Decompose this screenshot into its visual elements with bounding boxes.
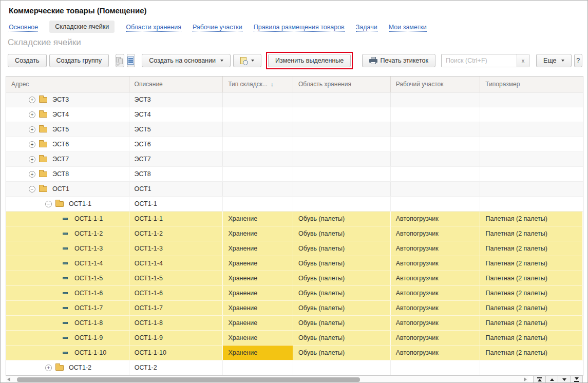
tab-main[interactable]: Основное xyxy=(9,22,38,32)
cell-storage-area[interactable] xyxy=(293,122,391,137)
tab-placement-rules[interactable]: Правила размещения товаров xyxy=(254,22,345,32)
cell-work-area[interactable] xyxy=(391,107,481,122)
cell-work-area[interactable]: Автопогрузчик xyxy=(391,301,481,315)
cell-address[interactable]: +ЭСТ5 xyxy=(6,122,129,137)
cell-address[interactable]: ОСТ1-1-9 xyxy=(6,331,129,345)
cell-size[interactable] xyxy=(480,107,583,122)
cell-storage-area[interactable] xyxy=(293,167,391,181)
scroll-left-icon[interactable] xyxy=(7,377,10,381)
tab-tasks[interactable]: Задачи xyxy=(356,22,377,32)
cell-storage-area[interactable]: Обувь (палеты) xyxy=(293,331,391,345)
cell-work-area[interactable] xyxy=(391,92,481,107)
cell-storage-area[interactable] xyxy=(293,137,391,151)
cell-description[interactable]: ОСТ1-1-1 xyxy=(129,212,223,226)
cell-work-area[interactable]: Автопогрузчик xyxy=(391,346,481,360)
collapse-icon[interactable]: − xyxy=(45,201,52,207)
table-row[interactable]: +ЭСТ5ЭСТ5 xyxy=(6,122,583,137)
cell-address[interactable]: +ЭСТ8 xyxy=(6,167,129,181)
cell-address[interactable]: +ЭСТ3 xyxy=(6,92,129,107)
cell-type[interactable] xyxy=(223,137,293,151)
search-input[interactable] xyxy=(442,54,517,67)
cell-address[interactable]: ОСТ1-1-1 xyxy=(6,212,129,226)
table-row[interactable]: ОСТ1-1-9ОСТ1-1-9ХранениеОбувь (палеты)Ав… xyxy=(6,331,583,346)
column-header-storage-area[interactable]: Область хранения xyxy=(293,76,391,92)
cell-address[interactable]: ОСТ1-1-10 xyxy=(6,346,129,360)
table-row[interactable]: +ЭСТ8ЭСТ8 xyxy=(6,167,583,182)
table-row[interactable]: ОСТ1-1-7ОСТ1-1-7ХранениеОбувь (палеты)Ав… xyxy=(6,301,583,316)
cell-size[interactable]: Палетная (2 палеты) xyxy=(480,226,583,241)
print-labels-button[interactable]: Печать этикеток xyxy=(362,54,435,67)
cell-address[interactable]: +ЭСТ4 xyxy=(6,107,129,122)
table-row[interactable]: −ОСТ1ОСТ1 xyxy=(6,182,583,197)
cell-storage-area[interactable] xyxy=(293,152,391,166)
cell-storage-area[interactable] xyxy=(293,197,391,211)
document-history-button[interactable] xyxy=(233,54,261,67)
cell-work-area[interactable]: Автопогрузчик xyxy=(391,316,481,330)
cell-work-area[interactable] xyxy=(391,122,481,137)
cell-size[interactable] xyxy=(480,360,583,375)
table-row[interactable]: ОСТ1-1-5ОСТ1-1-5ХранениеОбувь (палеты)Ав… xyxy=(6,271,583,286)
cell-storage-area[interactable]: Обувь (палеты) xyxy=(293,226,391,241)
cell-type[interactable]: Хранение xyxy=(223,271,293,285)
cell-address[interactable]: ОСТ1-1-3 xyxy=(6,241,129,256)
cell-type[interactable] xyxy=(223,122,293,137)
cell-size[interactable]: Палетная (2 палеты) xyxy=(480,212,583,226)
column-header-description[interactable]: Описание xyxy=(129,76,223,92)
table-row[interactable]: +ЭСТ3ЭСТ3 xyxy=(6,92,583,107)
expand-icon[interactable]: + xyxy=(29,111,35,118)
cell-address[interactable]: ОСТ1-1-7 xyxy=(6,301,129,315)
expand-icon[interactable]: + xyxy=(45,365,52,371)
cell-size[interactable]: Палетная (2 палеты) xyxy=(480,346,583,360)
expand-icon[interactable]: + xyxy=(29,126,35,133)
cell-description[interactable]: ОСТ1 xyxy=(129,182,223,196)
table-row[interactable]: ОСТ1-1-3ОСТ1-1-3ХранениеОбувь (палеты)Ав… xyxy=(6,241,583,256)
table-row[interactable]: ОСТ1-1-4ОСТ1-1-4ХранениеОбувь (палеты)Ав… xyxy=(6,256,583,271)
cell-description[interactable]: ОСТ1-1-7 xyxy=(129,301,223,315)
cell-address[interactable]: +ОСТ1-2 xyxy=(6,360,129,375)
cell-size[interactable]: Палетная (2 палеты) xyxy=(480,301,583,315)
cell-storage-area[interactable] xyxy=(293,92,391,107)
cell-size[interactable]: Палетная (2 палеты) xyxy=(480,271,583,285)
tab-work-areas[interactable]: Рабочие участки xyxy=(193,22,242,32)
column-header-type[interactable]: Тип складск...↓ xyxy=(223,76,293,92)
scroll-down-button[interactable] xyxy=(558,376,571,383)
cell-description[interactable]: ЭСТ6 xyxy=(129,137,223,151)
cell-work-area[interactable] xyxy=(391,360,481,375)
cell-work-area[interactable]: Автопогрузчик xyxy=(391,271,481,285)
table-row[interactable]: ОСТ1-1-2ОСТ1-1-2ХранениеОбувь (палеты)Ав… xyxy=(6,226,583,241)
copy-button[interactable]: + xyxy=(116,54,124,67)
table-row[interactable]: ОСТ1-1-6ОСТ1-1-6ХранениеОбувь (палеты)Ав… xyxy=(6,286,583,301)
table-row[interactable]: +ЭСТ6ЭСТ6 xyxy=(6,137,583,152)
tab-my-notes[interactable]: Мои заметки xyxy=(389,22,427,32)
cell-storage-area[interactable]: Обувь (палеты) xyxy=(293,286,391,300)
cell-work-area[interactable]: Автопогрузчик xyxy=(391,256,481,271)
clear-search-button[interactable]: x xyxy=(517,54,529,67)
cell-work-area[interactable]: Автопогрузчик xyxy=(391,286,481,300)
cell-description[interactable]: ЭСТ7 xyxy=(129,152,223,166)
help-button[interactable]: ? xyxy=(574,54,582,67)
table-row[interactable]: +ЭСТ4ЭСТ4 xyxy=(6,107,583,122)
cell-size[interactable] xyxy=(480,92,583,107)
cell-type[interactable] xyxy=(223,107,293,122)
list-view-button[interactable] xyxy=(127,54,135,67)
create-based-on-button[interactable]: Создать на основании xyxy=(142,54,231,67)
cell-description[interactable]: ЭСТ8 xyxy=(129,167,223,181)
column-header-address[interactable]: Адрес xyxy=(6,76,129,92)
cell-size[interactable] xyxy=(480,197,583,211)
scroll-up-button[interactable] xyxy=(546,376,558,383)
cell-storage-area[interactable]: Обувь (палеты) xyxy=(293,212,391,226)
cell-work-area[interactable]: Автопогрузчик xyxy=(391,331,481,345)
cell-size[interactable] xyxy=(480,182,583,196)
cell-size[interactable] xyxy=(480,137,583,151)
cell-work-area[interactable] xyxy=(391,167,481,181)
cell-description[interactable]: ОСТ1-1-3 xyxy=(129,241,223,256)
cell-description[interactable]: ОСТ1-1-6 xyxy=(129,286,223,300)
cell-work-area[interactable]: Автопогрузчик xyxy=(391,226,481,241)
cell-description[interactable]: ЭСТ3 xyxy=(129,92,223,107)
table-row[interactable]: −ОСТ1-1ОСТ1-1 xyxy=(6,197,583,212)
collapse-icon[interactable]: − xyxy=(29,186,35,193)
cell-storage-area[interactable]: Обувь (палеты) xyxy=(293,241,391,256)
cell-description[interactable]: ОСТ1-1-9 xyxy=(129,331,223,345)
tab-storage-cells[interactable]: Складские ячейки xyxy=(49,21,115,33)
cell-type[interactable] xyxy=(223,197,293,211)
